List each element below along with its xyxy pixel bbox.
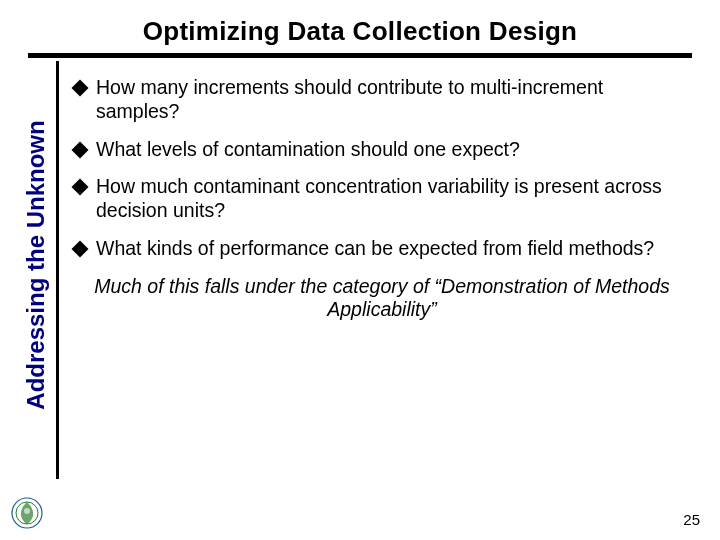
content-area: How many increments should contribute to… — [72, 76, 692, 322]
page-number: 25 — [683, 511, 700, 528]
bullet-item: What kinds of performance can be expecte… — [72, 237, 692, 261]
diamond-icon — [72, 80, 89, 97]
bullet-text: What kinds of performance can be expecte… — [96, 237, 692, 261]
bullet-item: How much contaminant concentration varia… — [72, 175, 692, 223]
bullet-text: How many increments should contribute to… — [96, 76, 692, 124]
title-rule — [28, 53, 692, 58]
bullet-text: How much contaminant concentration varia… — [96, 175, 692, 223]
diamond-icon — [72, 240, 89, 257]
bullet-text: What levels of contamination should one … — [96, 138, 692, 162]
diamond-icon — [72, 141, 89, 158]
diamond-icon — [72, 179, 89, 196]
svg-point-2 — [24, 508, 30, 514]
bullet-item: How many increments should contribute to… — [72, 76, 692, 124]
conclusion-text: Much of this falls under the category of… — [92, 275, 672, 323]
page-title: Optimizing Data Collection Design — [0, 0, 720, 53]
sidebar-heading: Addressing the Unknown — [22, 50, 50, 480]
epa-logo-icon — [10, 496, 44, 530]
sidebar-rule — [56, 61, 59, 479]
bullet-item: What levels of contamination should one … — [72, 138, 692, 162]
